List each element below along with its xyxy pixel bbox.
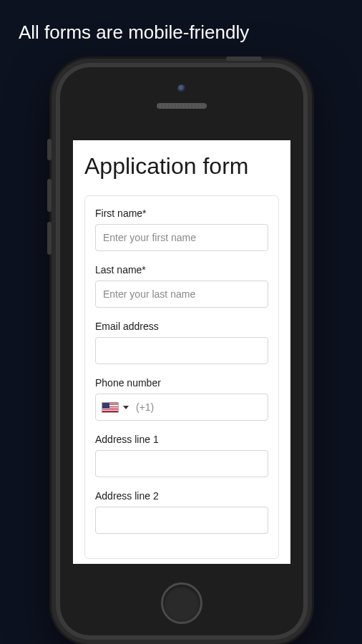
earpiece-speaker-icon	[157, 103, 207, 109]
dial-code: (+1)	[133, 401, 154, 413]
home-button	[161, 582, 202, 624]
first-name-label: First name*	[95, 208, 268, 219]
address1-input[interactable]	[95, 450, 268, 477]
application-form: First name* Last name* Email address	[84, 195, 279, 559]
power-button	[226, 57, 262, 61]
chevron-down-icon	[123, 406, 129, 409]
address2-field: Address line 2	[95, 490, 268, 534]
first-name-input[interactable]	[95, 224, 268, 251]
address2-input[interactable]	[95, 507, 268, 534]
last-name-input[interactable]	[95, 280, 268, 308]
email-label: Email address	[95, 321, 268, 332]
email-input[interactable]	[95, 337, 268, 364]
first-name-field: First name*	[95, 208, 268, 251]
phone-input[interactable]	[154, 394, 290, 420]
mute-switch	[47, 139, 52, 160]
address1-field: Address line 1	[95, 434, 268, 477]
last-name-label: Last name*	[95, 264, 268, 275]
tagline: All forms are mobile-friendly	[0, 0, 362, 44]
volume-up-button	[47, 179, 52, 212]
phone-field: Phone number (+1)	[95, 377, 268, 421]
front-camera-icon	[177, 84, 186, 93]
address1-label: Address line 1	[95, 434, 268, 445]
address2-label: Address line 2	[95, 490, 268, 502]
phone-mockup-frame: Application form First name* Last name* …	[52, 59, 312, 644]
phone-screen: Application form First name* Last name* …	[73, 140, 290, 564]
phone-label: Phone number	[95, 377, 268, 389]
volume-down-button	[47, 222, 52, 255]
country-code-selector[interactable]	[96, 402, 133, 413]
last-name-field: Last name*	[95, 264, 268, 308]
email-field: Email address	[95, 321, 268, 364]
us-flag-icon	[102, 402, 119, 413]
form-title: Application form	[84, 153, 279, 180]
